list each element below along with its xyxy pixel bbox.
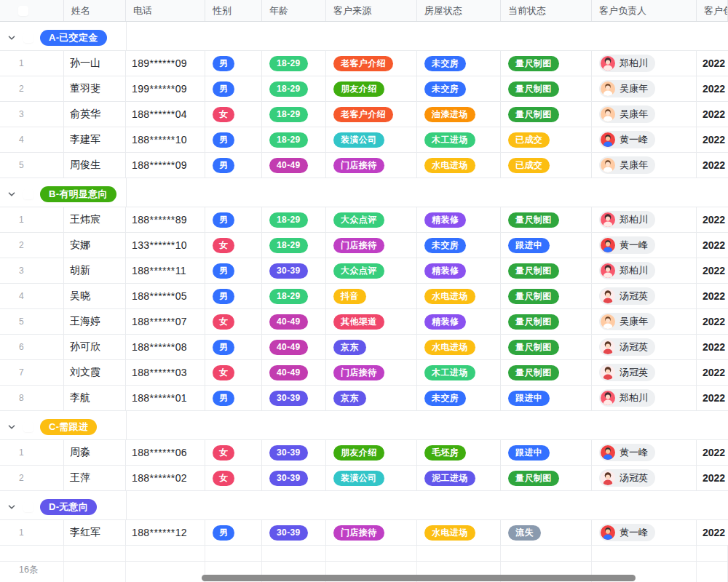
cell-age[interactable]: 40-49 [262, 309, 326, 334]
cell-source[interactable]: 大众点评 [326, 258, 417, 283]
cell-created-date[interactable]: 2022 [697, 258, 728, 283]
cell-source[interactable]: 大众点评 [326, 207, 417, 232]
cell-current-status[interactable]: 量尺制图 [501, 207, 592, 232]
row-index[interactable]: 4 [0, 284, 64, 308]
column-header-1[interactable]: 姓名 [64, 0, 126, 21]
chevron-down-icon[interactable] [7, 502, 17, 512]
cell-house-status[interactable]: 精装修 [417, 258, 501, 283]
cell-source[interactable]: 门店接待 [326, 233, 417, 258]
row-index[interactable]: 1 [0, 51, 64, 76]
cell-owner[interactable]: 黄一峰 [592, 440, 697, 465]
cell-house-status[interactable]: 精装修 [417, 207, 501, 232]
cell-owner[interactable]: 吴康年 [592, 153, 697, 178]
group-header-band[interactable]: A-已交定金 [0, 22, 728, 51]
cell-age[interactable]: 40-49 [262, 360, 326, 385]
column-header-2[interactable]: 电话 [126, 0, 205, 21]
cell-name[interactable]: 俞英华 [64, 102, 126, 127]
cell-house-status[interactable]: 水电进场 [417, 520, 501, 545]
group-header-band[interactable]: B-有明显意向 [0, 178, 728, 207]
cell-created-date[interactable]: 2022 [697, 520, 728, 545]
row-index[interactable]: 5 [0, 309, 64, 334]
cell-source[interactable]: 其他渠道 [326, 309, 417, 334]
cell-house-status[interactable]: 木工进场 [417, 127, 501, 152]
cell-house-status[interactable]: 水电进场 [417, 284, 501, 308]
cell-house-status[interactable]: 泥工进场 [417, 466, 501, 490]
cell-age[interactable]: 30-39 [262, 520, 326, 545]
cell-owner[interactable]: 汤冠英 [592, 466, 697, 490]
cell-phone[interactable]: 133******10 [126, 233, 205, 258]
cell-source[interactable]: 抖音 [326, 284, 417, 308]
cell-house-status[interactable]: 油漆进场 [417, 102, 501, 127]
chevron-down-icon[interactable] [7, 33, 17, 43]
select-all-checkbox[interactable] [18, 6, 28, 16]
row-index[interactable]: 2 [0, 466, 64, 490]
cell-owner[interactable]: 汤冠英 [592, 284, 697, 308]
cell-name[interactable]: 周淼 [64, 440, 126, 465]
cell-age[interactable]: 18-29 [262, 207, 326, 232]
column-header-9[interactable]: 客户创建日期 [697, 0, 728, 21]
cell-current-status[interactable]: 量尺制图 [501, 466, 592, 490]
cell-phone[interactable]: 188******89 [126, 207, 205, 232]
cell-house-status[interactable]: 精装修 [417, 309, 501, 334]
group-checkbox[interactable] [23, 189, 33, 199]
cell-age[interactable]: 18-29 [262, 102, 326, 127]
cell-name[interactable]: 刘文霞 [64, 360, 126, 385]
cell-phone[interactable]: 188******10 [126, 127, 205, 152]
cell-gender[interactable]: 女 [205, 309, 262, 334]
cell-created-date[interactable]: 2022 [697, 207, 728, 232]
cell-phone[interactable]: 188******09 [126, 153, 205, 178]
cell-age[interactable]: 18-29 [262, 284, 326, 308]
cell-created-date[interactable]: 2022 [697, 102, 728, 127]
cell-owner[interactable]: 郑柏川 [592, 207, 697, 232]
group-header-band[interactable]: C-需跟进 [0, 411, 728, 440]
cell-gender[interactable]: 男 [205, 127, 262, 152]
cell-current-status[interactable]: 跟进中 [501, 386, 592, 410]
cell-gender[interactable]: 女 [205, 440, 262, 465]
cell-phone[interactable]: 188******01 [126, 386, 205, 410]
cell-phone[interactable]: 188******05 [126, 284, 205, 308]
cell-name[interactable]: 李红军 [64, 520, 126, 545]
cell-gender[interactable]: 女 [205, 466, 262, 490]
cell-phone[interactable]: 188******11 [126, 258, 205, 283]
cell-gender[interactable]: 男 [205, 284, 262, 308]
cell-phone[interactable]: 188******12 [126, 520, 205, 545]
cell-source[interactable]: 老客户介绍 [326, 51, 417, 76]
row-index[interactable]: 3 [0, 102, 64, 127]
cell-owner[interactable]: 黄一峰 [592, 127, 697, 152]
cell-gender[interactable]: 女 [205, 233, 262, 258]
column-header-7[interactable]: 当前状态 [501, 0, 592, 21]
cell-age[interactable]: 40-49 [262, 335, 326, 359]
cell-house-status[interactable]: 未交房 [417, 51, 501, 76]
cell-house-status[interactable]: 未交房 [417, 233, 501, 258]
cell-age[interactable]: 30-39 [262, 440, 326, 465]
column-header-5[interactable]: 客户来源 [326, 0, 417, 21]
cell-gender[interactable]: 男 [205, 207, 262, 232]
cell-owner[interactable]: 汤冠英 [592, 335, 697, 359]
row-index[interactable]: 1 [0, 207, 64, 232]
column-header-4[interactable]: 年龄 [262, 0, 326, 21]
cell-current-status[interactable]: 已成交 [501, 153, 592, 178]
cell-name[interactable]: 李建军 [64, 127, 126, 152]
cell-current-status[interactable]: 量尺制图 [501, 258, 592, 283]
cell-age[interactable]: 18-29 [262, 127, 326, 152]
cell-source[interactable]: 京东 [326, 386, 417, 410]
cell-source[interactable]: 门店接待 [326, 153, 417, 178]
cell-created-date[interactable]: 2022 [697, 284, 728, 308]
cell-phone[interactable]: 189******09 [126, 51, 205, 76]
cell-created-date[interactable]: 2022 [697, 76, 728, 101]
column-header-6[interactable]: 房屋状态 [417, 0, 501, 21]
column-header-8[interactable]: 客户负责人 [592, 0, 697, 21]
cell-source[interactable]: 朋友介绍 [326, 440, 417, 465]
cell-owner[interactable]: 郑柏川 [592, 258, 697, 283]
cell-gender[interactable]: 男 [205, 520, 262, 545]
cell-phone[interactable]: 188******04 [126, 102, 205, 127]
cell-owner[interactable]: 吴康年 [592, 309, 697, 334]
cell-gender[interactable]: 男 [205, 386, 262, 410]
cell-age[interactable]: 18-29 [262, 233, 326, 258]
cell-current-status[interactable]: 已成交 [501, 127, 592, 152]
cell-name[interactable]: 王萍 [64, 466, 126, 490]
cell-house-status[interactable]: 毛坯房 [417, 440, 501, 465]
column-header-3[interactable]: 性别 [205, 0, 262, 21]
row-index[interactable]: 2 [0, 76, 64, 101]
row-index[interactable]: 6 [0, 335, 64, 359]
